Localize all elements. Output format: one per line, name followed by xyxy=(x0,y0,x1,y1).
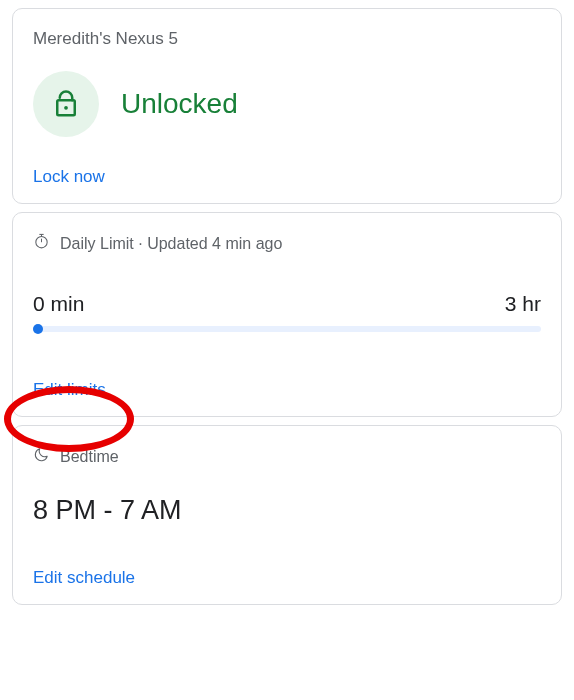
svg-point-1 xyxy=(64,106,68,110)
edit-limits-button[interactable]: Edit limits xyxy=(33,380,106,400)
progress-max: 3 hr xyxy=(505,292,541,316)
device-title: Meredith's Nexus 5 xyxy=(33,29,541,49)
status-row: Unlocked xyxy=(33,71,541,137)
status-text: Unlocked xyxy=(121,88,238,120)
daily-limit-card: Daily Limit · Updated 4 min ago 0 min 3 … xyxy=(12,212,562,417)
bedtime-header: Bedtime xyxy=(33,446,541,467)
progress-current: 0 min xyxy=(33,292,84,316)
lock-now-button[interactable]: Lock now xyxy=(33,167,105,187)
stopwatch-icon xyxy=(33,233,50,254)
progress-bar[interactable] xyxy=(33,326,541,332)
unlock-icon xyxy=(33,71,99,137)
moon-icon xyxy=(33,446,50,467)
bedtime-label: Bedtime xyxy=(60,448,119,466)
bedtime-range: 8 PM - 7 AM xyxy=(33,495,541,526)
svg-point-2 xyxy=(36,237,47,248)
daily-limit-label: Daily Limit · Updated 4 min ago xyxy=(60,235,282,253)
edit-schedule-button[interactable]: Edit schedule xyxy=(33,568,135,588)
daily-limit-header: Daily Limit · Updated 4 min ago xyxy=(33,233,541,254)
bedtime-card: Bedtime 8 PM - 7 AM Edit schedule xyxy=(12,425,562,605)
progress-indicator xyxy=(33,324,43,334)
progress-labels: 0 min 3 hr xyxy=(33,292,541,316)
device-status-card: Meredith's Nexus 5 Unlocked Lock now xyxy=(12,8,562,204)
